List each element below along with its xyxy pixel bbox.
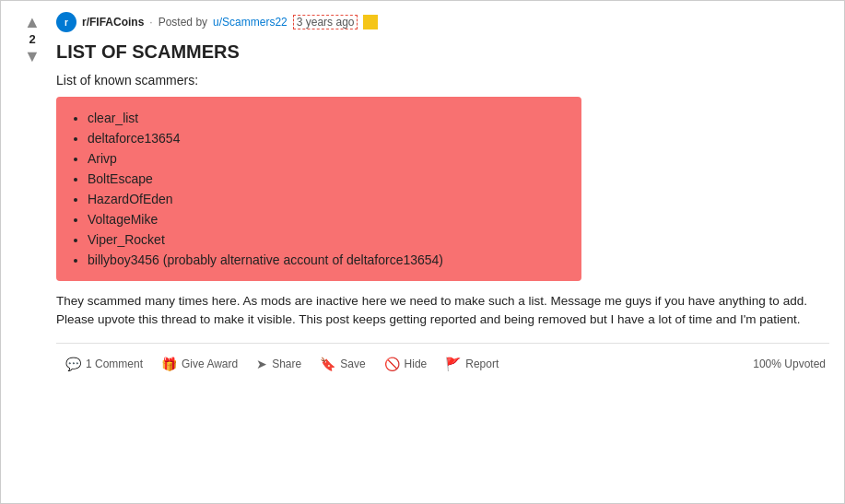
hide-label: Hide [405,357,428,370]
upvote-percentage: 100% Upvoted [753,357,829,370]
award-button[interactable]: 🎁 Give Award [152,353,247,375]
award-label: Give Award [182,357,238,370]
upvote-button[interactable]: ▲ [24,14,41,30]
save-icon: 🔖 [320,357,335,371]
list-item: clear_list [88,108,567,128]
comments-label: 1 Comment [86,357,143,370]
list-item: Viper_Rocket [88,229,567,250]
share-label: Share [272,357,301,370]
meta-dot-1: · [149,16,152,29]
list-item: Arivp [88,148,567,169]
hide-icon: 🚫 [384,357,400,371]
share-icon: ➤ [256,357,267,371]
username[interactable]: u/Scammers22 [213,16,288,29]
award-icon: 🎁 [161,357,177,371]
post-meta: r r/FIFACoins · Posted by u/Scammers22 3… [56,12,829,32]
subreddit-icon: r [56,12,76,32]
action-bar: 💬 1 Comment 🎁 Give Award ➤ Share 🔖 Save … [56,343,829,375]
post-container: ▲ 2 ▼ r r/FIFACoins · Posted by u/Scamme… [0,0,845,504]
vote-count: 2 [29,32,35,46]
save-button[interactable]: 🔖 Save [311,353,374,375]
scammers-list: clear_listdeltaforce13654ArivpBoltEscape… [71,108,567,270]
report-label: Report [465,357,499,370]
posted-by-label: Posted by [158,16,207,29]
scammers-list-box: clear_listdeltaforce13654ArivpBoltEscape… [56,97,581,281]
time-ago: 3 years ago [293,15,358,29]
hide-button[interactable]: 🚫 Hide [375,353,437,375]
post-intro: List of known scammers: [56,73,829,88]
content-column: r r/FIFACoins · Posted by u/Scammers22 3… [49,12,829,375]
subreddit-icon-letter: r [65,18,68,28]
subreddit-name[interactable]: r/FIFACoins [82,16,144,29]
comments-button[interactable]: 💬 1 Comment [56,353,152,375]
downvote-button[interactable]: ▼ [24,48,41,64]
vote-column: ▲ 2 ▼ [16,12,49,375]
report-button[interactable]: 🚩 Report [436,353,508,375]
list-item: billyboy3456 (probably alternative accou… [88,250,567,270]
list-item: HazardOfEden [88,189,567,209]
save-label: Save [340,357,365,370]
report-icon: 🚩 [445,357,461,371]
list-item: VoltageMike [88,209,567,229]
post-body: They scammed many times here. As mods ar… [56,292,829,330]
comment-icon: 💬 [65,357,81,371]
post-wrapper: ▲ 2 ▼ r r/FIFACoins · Posted by u/Scamme… [1,1,844,386]
post-title: LIST OF SCAMMERS [56,40,829,64]
bookmark-icon[interactable] [363,15,378,29]
share-button[interactable]: ➤ Share [247,353,311,375]
list-item: deltaforce13654 [88,128,567,148]
list-item: BoltEscape [88,169,567,189]
